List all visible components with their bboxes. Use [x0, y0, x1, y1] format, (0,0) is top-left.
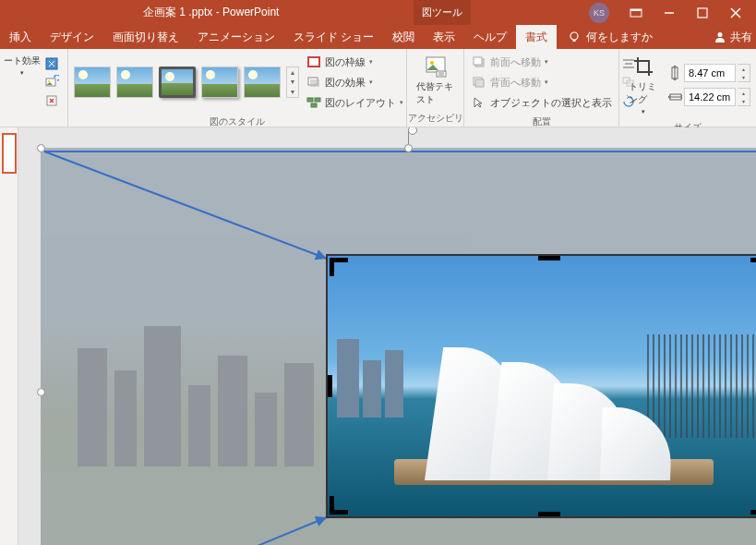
- svg-point-8: [718, 32, 723, 37]
- width-icon: [667, 90, 682, 104]
- layout-icon: [306, 95, 321, 110]
- close-icon[interactable]: [729, 6, 742, 19]
- svg-rect-15: [310, 79, 319, 87]
- tab-help[interactable]: ヘルプ: [464, 25, 516, 49]
- svg-rect-13: [308, 57, 319, 67]
- crop-handle-tl[interactable]: [330, 258, 348, 276]
- group-label-accessibility: アクセシビリティ: [407, 112, 463, 127]
- svg-point-6: [570, 32, 578, 40]
- crop-handle-left[interactable]: [328, 375, 332, 397]
- crop-handle-tr[interactable]: [750, 258, 756, 276]
- gallery-more-button[interactable]: ▴▾▾: [286, 67, 299, 98]
- workspace: [0, 127, 756, 545]
- svg-rect-21: [437, 71, 446, 77]
- tab-insert[interactable]: 挿入: [0, 25, 41, 49]
- send-backward-button: 背面へ移動▾: [470, 73, 614, 91]
- tell-me-search[interactable]: 何をしますか: [557, 30, 653, 45]
- lightbulb-icon: [568, 30, 581, 43]
- style-thumb[interactable]: [159, 67, 196, 98]
- tab-format[interactable]: 書式: [516, 25, 557, 49]
- svg-rect-3: [698, 8, 707, 18]
- tab-review[interactable]: 校閲: [383, 25, 424, 49]
- spin-up[interactable]: ▴: [738, 89, 750, 97]
- effects-icon: [306, 75, 321, 90]
- spin-up[interactable]: ▴: [738, 65, 750, 73]
- border-icon: [306, 54, 321, 69]
- slide-thumbnail[interactable]: [2, 133, 17, 174]
- slide-canvas[interactable]: [18, 127, 756, 545]
- crop-handle-br[interactable]: [750, 496, 756, 515]
- crop-handle-bl[interactable]: [330, 496, 348, 515]
- group-icon: [621, 75, 636, 90]
- tab-view[interactable]: 表示: [424, 25, 464, 49]
- ribbon: ート効果 ▾ ▴▾▾ 図の枠線▾ 図の効果▾ 図: [0, 49, 756, 127]
- picture-border-button[interactable]: 図の枠線▾: [305, 53, 405, 71]
- spin-down[interactable]: ▾: [738, 97, 750, 105]
- svg-rect-27: [475, 79, 484, 87]
- alt-text-icon: [424, 54, 448, 79]
- height-input[interactable]: ▴▾: [667, 64, 750, 82]
- compress-picture-icon[interactable]: [44, 56, 59, 71]
- minimize-icon[interactable]: [663, 6, 676, 19]
- alt-text-button[interactable]: 代替テキスト: [413, 53, 458, 108]
- crop-region[interactable]: [328, 256, 756, 516]
- tab-design[interactable]: デザイン: [41, 25, 103, 49]
- contextual-tab-label: 図ツール: [414, 0, 471, 25]
- svg-point-11: [48, 80, 50, 82]
- bring-forward-button: 前面へ移動▾: [470, 53, 614, 71]
- tab-animations[interactable]: アニメーション: [188, 25, 284, 49]
- group-label-arrange: 配置: [464, 115, 618, 128]
- svg-rect-7: [573, 40, 576, 42]
- window-title: 企画案 1 .pptx - PowerPoint: [143, 5, 279, 20]
- title-bar: 企画案 1 .pptx - PowerPoint 図ツール KS: [0, 0, 756, 25]
- bring-forward-icon: [472, 54, 486, 69]
- width-input[interactable]: ▴▾: [667, 88, 750, 106]
- ribbon-options-icon[interactable]: [630, 6, 642, 19]
- tab-transitions[interactable]: 画面切り替え: [103, 25, 188, 49]
- crop-handle-top[interactable]: [538, 256, 560, 260]
- picture-styles-gallery[interactable]: ▴▾▾: [74, 67, 299, 98]
- svg-rect-18: [311, 103, 317, 107]
- rotation-handle[interactable]: [408, 127, 417, 135]
- selection-handle[interactable]: [37, 388, 45, 396]
- svg-rect-17: [315, 98, 320, 102]
- slide-thumbnail-panel[interactable]: [0, 127, 18, 545]
- selection-pane-button[interactable]: オブジェクトの選択と表示: [470, 93, 614, 112]
- maximize-icon[interactable]: [696, 6, 709, 19]
- crop-handle-bottom[interactable]: [538, 512, 560, 516]
- person-icon: [714, 30, 726, 43]
- style-thumb[interactable]: [74, 67, 111, 98]
- style-thumb[interactable]: [244, 67, 281, 98]
- tab-slideshow[interactable]: スライド ショー: [284, 25, 383, 49]
- selection-handle[interactable]: [404, 144, 413, 152]
- svg-rect-25: [474, 57, 482, 65]
- style-thumb[interactable]: [201, 67, 238, 98]
- picture-layout-button[interactable]: 図のレイアウト▾: [305, 93, 405, 112]
- send-backward-icon: [472, 75, 486, 90]
- selection-handle[interactable]: [37, 144, 45, 152]
- svg-point-20: [430, 61, 434, 65]
- artistic-effects-button[interactable]: ート効果 ▾: [4, 54, 41, 77]
- style-thumb[interactable]: [116, 67, 153, 98]
- user-avatar[interactable]: KS: [589, 3, 609, 23]
- svg-rect-16: [307, 98, 313, 102]
- height-icon: [667, 66, 682, 80]
- reset-picture-icon[interactable]: [44, 93, 59, 108]
- svg-rect-1: [630, 9, 642, 11]
- share-button[interactable]: 共有: [714, 30, 752, 45]
- change-picture-icon[interactable]: [44, 75, 59, 90]
- picture-effects-button[interactable]: 図の効果▾: [305, 73, 405, 91]
- ribbon-tabs: 挿入 デザイン 画面切り替え アニメーション スライド ショー 校閲 表示 ヘル…: [0, 25, 756, 49]
- group-label-styles: 図のスタイル: [68, 115, 406, 128]
- spin-down[interactable]: ▾: [738, 73, 750, 81]
- selection-icon: [472, 95, 486, 110]
